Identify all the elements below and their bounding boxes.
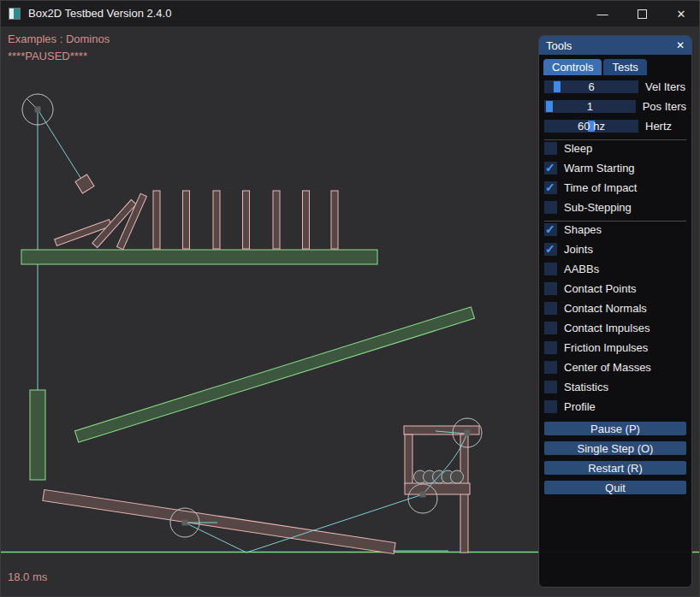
check-icon: ✓ bbox=[545, 180, 555, 194]
vel-iters-slider[interactable]: 6 bbox=[544, 80, 638, 93]
checkbox-row-time-of-impact[interactable]: ✓ Time of Impact bbox=[544, 181, 686, 194]
stand-shelf bbox=[405, 483, 470, 494]
pos-iters-value: 1 bbox=[544, 100, 636, 113]
domino bbox=[183, 191, 190, 249]
statistics-checkbox[interactable]: ✓ bbox=[544, 381, 557, 393]
ball bbox=[451, 470, 464, 483]
tab-tests[interactable]: Tests bbox=[603, 59, 646, 75]
vel-iters-label: Vel Iters bbox=[645, 80, 685, 93]
seesaw-plank bbox=[43, 490, 395, 554]
domino bbox=[213, 191, 220, 249]
checkbox-row-aabbs[interactable]: ✓ AABBs bbox=[544, 263, 686, 275]
tab-controls[interactable]: Controls bbox=[543, 59, 602, 75]
sub-stepping-label: Sub-Stepping bbox=[564, 201, 632, 214]
sleep-label: Sleep bbox=[564, 142, 592, 155]
platform bbox=[21, 250, 377, 264]
warm-starting-label: Warm Starting bbox=[564, 162, 635, 174]
example-title: Examples : Dominos bbox=[8, 33, 110, 45]
joints-checkbox[interactable]: ✓ bbox=[544, 243, 557, 256]
profile-label: Profile bbox=[564, 400, 596, 413]
separator bbox=[544, 139, 686, 140]
single-step-button[interactable]: Single Step (O) bbox=[544, 441, 686, 455]
checkbox-row-contact-normals[interactable]: ✓ Contact Normals bbox=[544, 302, 686, 315]
aabbs-checkbox[interactable]: ✓ bbox=[544, 263, 557, 275]
pos-iters-label: Pos Iters bbox=[643, 100, 686, 113]
contact-points-checkbox[interactable]: ✓ bbox=[544, 282, 557, 295]
contact-points-label: Contact Points bbox=[564, 282, 637, 295]
joint-anchor bbox=[420, 492, 426, 498]
contact-normals-checkbox[interactable]: ✓ bbox=[544, 302, 557, 315]
domino bbox=[273, 191, 280, 249]
pos-iters-row: 1 Pos Iters bbox=[544, 100, 686, 113]
pos-iters-slider[interactable]: 1 bbox=[544, 100, 636, 113]
sleep-checkbox[interactable]: ✓ bbox=[544, 142, 557, 155]
checkbox-row-sub-stepping[interactable]: ✓ Sub-Stepping bbox=[544, 201, 686, 214]
domino bbox=[243, 191, 250, 249]
vel-iters-value: 6 bbox=[544, 80, 638, 93]
checkbox-row-sleep[interactable]: ✓ Sleep bbox=[544, 142, 686, 155]
stand-left-post bbox=[405, 434, 412, 484]
contact-impulses-checkbox[interactable]: ✓ bbox=[544, 322, 557, 334]
tools-panel-title: Tools bbox=[546, 39, 572, 52]
swinging-box bbox=[75, 174, 94, 193]
green-plank bbox=[75, 307, 475, 442]
checkbox-row-joints[interactable]: ✓ Joints bbox=[544, 243, 686, 256]
friction-impulses-checkbox[interactable]: ✓ bbox=[544, 341, 557, 354]
hertz-value: 60 hz bbox=[544, 120, 638, 133]
pause-button[interactable]: Pause (P) bbox=[544, 422, 686, 435]
shapes-checkbox[interactable]: ✓ bbox=[544, 223, 557, 236]
profile-checkbox[interactable]: ✓ bbox=[544, 400, 557, 413]
separator bbox=[544, 221, 686, 222]
tab-bar: Controls Tests bbox=[539, 55, 691, 77]
joint-anchor bbox=[465, 430, 471, 436]
restart-button[interactable]: Restart (R) bbox=[544, 461, 686, 475]
center-of-masses-checkbox[interactable]: ✓ bbox=[544, 361, 557, 374]
frame-time: 18.0 ms bbox=[8, 570, 47, 583]
tools-panel-titlebar[interactable]: Tools ✕ bbox=[539, 36, 691, 55]
joint-anchor bbox=[182, 520, 188, 526]
check-icon: ✓ bbox=[545, 222, 555, 236]
checkbox-row-statistics[interactable]: ✓ Statistics bbox=[544, 381, 686, 393]
check-icon: ✓ bbox=[545, 242, 555, 256]
distance-joint-line bbox=[38, 109, 84, 183]
shapes-label: Shapes bbox=[564, 223, 602, 236]
checkbox-row-contact-points[interactable]: ✓ Contact Points bbox=[544, 282, 686, 295]
center-of-masses-label: Center of Masses bbox=[564, 361, 651, 374]
vel-iters-row: 6 Vel Iters bbox=[544, 80, 686, 93]
quit-button[interactable]: Quit bbox=[544, 481, 686, 494]
hertz-label: Hertz bbox=[645, 120, 672, 133]
checkbox-row-contact-impulses[interactable]: ✓ Contact Impulses bbox=[544, 322, 686, 334]
checkbox-row-center-of-masses[interactable]: ✓ Center of Masses bbox=[544, 361, 686, 374]
friction-impulses-label: Friction Impulses bbox=[564, 341, 648, 354]
panel-content: 6 Vel Iters 1 Pos Iters 60 hz Hertz bbox=[539, 77, 691, 494]
domino bbox=[303, 191, 310, 249]
contact-impulses-label: Contact Impulses bbox=[564, 322, 650, 334]
statistics-label: Statistics bbox=[564, 381, 608, 393]
sub-stepping-checkbox[interactable]: ✓ bbox=[544, 201, 557, 214]
green-block bbox=[30, 390, 45, 480]
domino bbox=[331, 191, 338, 249]
checkbox-row-friction-impulses[interactable]: ✓ Friction Impulses bbox=[544, 341, 686, 354]
contact-normals-label: Contact Normals bbox=[564, 302, 647, 315]
aabbs-label: AABBs bbox=[564, 263, 599, 275]
panel-close-icon[interactable]: ✕ bbox=[676, 39, 685, 51]
tools-panel: Tools ✕ Controls Tests 6 Vel Iters 1 Po bbox=[538, 35, 692, 588]
checkbox-row-warm-starting[interactable]: ✓ Warm Starting bbox=[544, 162, 686, 174]
hertz-row: 60 hz Hertz bbox=[544, 120, 686, 133]
domino bbox=[153, 191, 160, 249]
time-of-impact-checkbox[interactable]: ✓ bbox=[544, 181, 557, 194]
check-icon: ✓ bbox=[545, 161, 555, 174]
joint-anchor bbox=[35, 107, 41, 113]
checkbox-row-profile[interactable]: ✓ Profile bbox=[544, 400, 686, 413]
time-of-impact-label: Time of Impact bbox=[564, 181, 637, 194]
app-window: Box2D Testbed Version 2.4.0 — ✕ bbox=[0, 0, 700, 597]
joints-label: Joints bbox=[564, 243, 593, 256]
paused-indicator: ****PAUSED**** bbox=[8, 50, 87, 62]
warm-starting-checkbox[interactable]: ✓ bbox=[544, 162, 557, 174]
hertz-slider[interactable]: 60 hz bbox=[544, 120, 638, 133]
checkbox-row-shapes[interactable]: ✓ Shapes bbox=[544, 223, 686, 236]
